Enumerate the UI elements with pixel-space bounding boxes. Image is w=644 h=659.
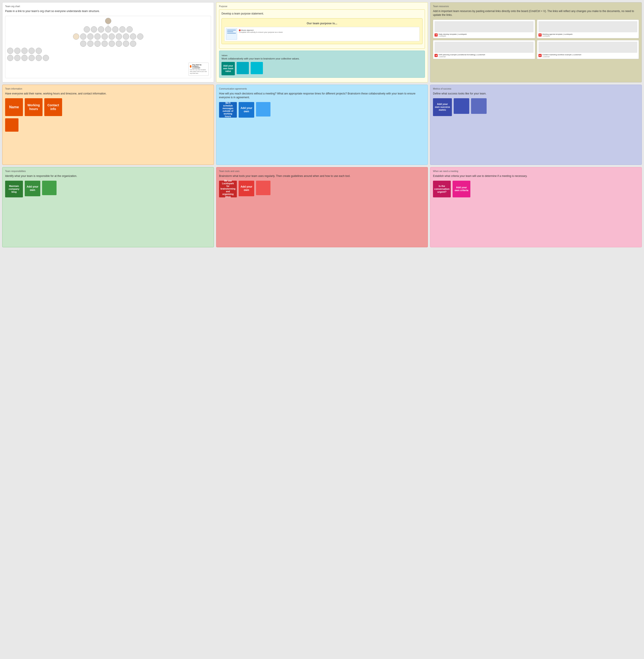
comm-stickies: We'll schedule messages outside of worki…	[219, 102, 425, 118]
purpose-panel: Purpose Develop a team purpose statement…	[216, 2, 428, 83]
comm-sticky-1[interactable]: Add your own	[239, 102, 254, 118]
info-stickies-row2	[5, 118, 211, 132]
resource-title-0: Daily standup template | Lucidspark	[439, 33, 467, 36]
info-sticky-contact[interactable]: Contact info	[44, 98, 62, 116]
values-sticky-1[interactable]	[237, 62, 249, 74]
org-thumbnail[interactable]: Org chart by location | Lucidchart Use t…	[188, 63, 209, 75]
values-label: Values	[222, 54, 228, 57]
org-node-root	[105, 18, 111, 24]
resource-subtitle-2: Lucidchart	[439, 56, 485, 58]
org-node	[14, 48, 21, 54]
resp-sticky-2[interactable]	[42, 181, 56, 195]
team-info-panel: Team information Have everyone add their…	[2, 85, 214, 165]
metrics-desc: Define what success looks like for your …	[433, 92, 639, 95]
org-node	[21, 48, 28, 54]
org-node	[112, 26, 118, 32]
metrics-sticky-0[interactable]: Add your own success metric	[433, 98, 452, 116]
comm-sticky-2[interactable]	[256, 102, 271, 116]
org-node	[116, 41, 122, 47]
metrics-stickies: Add your own success metric	[433, 98, 639, 116]
values-desc: Work collaboratively with your team to b…	[222, 57, 422, 60]
meeting-sticky-1[interactable]: Add your own criteria	[453, 181, 470, 197]
org-node	[123, 41, 129, 47]
org-node	[36, 48, 42, 54]
info-sticky-name[interactable]: Name	[5, 98, 23, 116]
meeting-label: When we need a meeting	[433, 170, 639, 172]
org-node	[137, 34, 143, 40]
resource-card-3[interactable]: ★ Content marketing workflow example | L…	[537, 40, 639, 59]
org-chart-label: Team org chart	[5, 5, 211, 7]
comm-desc: How will you reach decisions without a m…	[219, 92, 425, 100]
resource-card-0[interactable]: ★ Daily standup template | Lucidspark Lu…	[433, 20, 535, 39]
resource-card-1[interactable]: ★ Meeting agenda template | Lucidspark L…	[537, 20, 639, 39]
mission-badge: Mission alignment	[239, 29, 283, 31]
resource-subtitle-0: Lucidspark	[439, 35, 467, 37]
tools-sticky-1[interactable]: Add your own	[239, 181, 254, 196]
values-stickies: Add your own team value	[222, 62, 422, 75]
tools-sticky-2[interactable]	[256, 181, 271, 195]
org-node	[109, 41, 115, 47]
resources-label: Team resources	[433, 5, 639, 7]
org-node	[101, 41, 108, 47]
purpose-label: Purpose	[219, 5, 425, 7]
lucidchart-resource-icon: ★	[435, 54, 438, 57]
org-node	[101, 34, 108, 40]
values-sticky-2[interactable]	[251, 62, 263, 74]
resource-subtitle-3: Lucidchart	[543, 56, 581, 58]
resp-sticky-1[interactable]: Add your own	[25, 181, 40, 196]
org-node	[7, 55, 13, 61]
org-node	[116, 34, 122, 40]
tools-desc: Brainstorm what tools your team uses reg…	[219, 174, 425, 178]
tools-panel: Team tools and uses Brainstorm what tool…	[216, 167, 428, 247]
mission-label: Mission alignment	[241, 29, 254, 31]
org-node	[80, 34, 86, 40]
lucidchart-resource-icon: ★	[538, 54, 542, 57]
info-desc: Have everyone add their name, working ho…	[5, 92, 211, 95]
purpose-desc: Develop a team purpose statement.	[222, 12, 422, 16]
org-chart-container: Org chart by location | Lucidchart Use t…	[5, 16, 211, 78]
lucidspark-resource-icon: ★	[435, 34, 438, 37]
resp-sticky-0[interactable]: Maintain company blog	[5, 181, 23, 197]
info-stickies: Name Working hours Contact info	[5, 98, 211, 116]
resp-panel: Team responsibilities Identify what your…	[2, 167, 214, 247]
org-node	[87, 41, 93, 47]
purpose-heading: Our team purpose is...	[307, 22, 337, 25]
org-node	[73, 34, 79, 40]
lucidspark-icon	[190, 65, 191, 68]
mission-text-area: Mission alignment Complete this activity…	[239, 28, 283, 33]
org-node	[36, 55, 42, 61]
resource-title-1: Meeting agenda template | Lucidspark	[543, 33, 573, 36]
resource-title-2: OKR planning example (conditional format…	[439, 54, 485, 56]
metrics-sticky-1[interactable]	[454, 98, 469, 114]
mission-text: Complete this activity to ensure your pu…	[239, 31, 283, 33]
org-node	[119, 26, 125, 32]
values-sticky-0[interactable]: Add your own team value	[222, 62, 235, 75]
org-node	[14, 55, 21, 61]
mission-line	[227, 30, 236, 30]
resources-grid: ★ Daily standup template | Lucidspark Lu…	[433, 20, 639, 59]
comm-label: Communication agreements	[219, 88, 425, 90]
meeting-sticky-0[interactable]: Is the conversation urgent?	[433, 181, 451, 197]
meeting-desc: Establish what criteria your team will u…	[433, 174, 639, 178]
metrics-sticky-2[interactable]	[471, 98, 487, 114]
mission-badge-dot	[239, 29, 240, 31]
resource-subtitle-1: Lucidspark	[543, 35, 573, 37]
org-node	[80, 41, 86, 47]
comm-sticky-0[interactable]: We'll schedule messages outside of worki…	[219, 102, 237, 118]
org-node	[94, 41, 100, 47]
org-node	[98, 26, 104, 32]
resource-icon-row: ★ OKR planning example (conditional form…	[435, 54, 534, 58]
resource-card-2[interactable]: ★ OKR planning example (conditional form…	[433, 40, 535, 59]
mission-img	[226, 28, 237, 40]
values-section: Values Work collaboratively with your te…	[219, 50, 425, 78]
lucidspark-resource-icon: ★	[538, 34, 542, 37]
info-sticky-hours[interactable]: Working hours	[25, 98, 43, 116]
mission-alignment-card[interactable]: Mission alignment Complete this activity…	[224, 27, 420, 41]
org-node	[91, 26, 97, 32]
org-node	[130, 34, 136, 40]
resources-panel: Team resources Add in important team res…	[430, 2, 642, 83]
tools-sticky-0[interactable]: We use Lucidspark for brainstorming and …	[219, 181, 237, 197]
resource-icon-row: ★ Content marketing workflow example | L…	[538, 54, 638, 58]
info-sticky-extra[interactable]	[5, 118, 19, 132]
org-node	[130, 41, 136, 47]
